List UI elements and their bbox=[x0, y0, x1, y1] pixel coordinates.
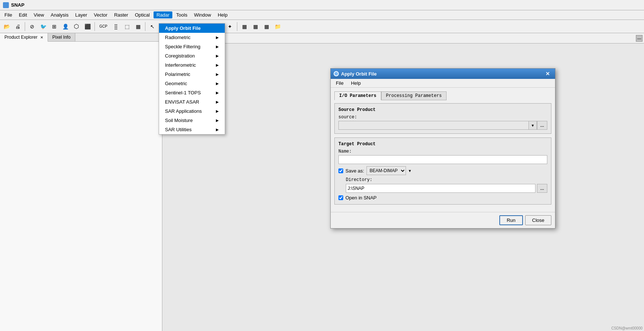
toolbar-grid[interactable]: ⊞ bbox=[49, 21, 59, 32]
open-in-snap-checkbox[interactable] bbox=[338, 195, 343, 200]
directory-input[interactable] bbox=[346, 184, 535, 193]
open-in-snap-row: Open in SNAP bbox=[338, 195, 547, 201]
radar-menu-coregistration[interactable]: Coregistration ▶ bbox=[159, 51, 225, 60]
radar-menu-sar-utilities[interactable]: SAR Utilities ▶ bbox=[159, 125, 225, 134]
dialog-menu-help[interactable]: Help bbox=[349, 80, 363, 87]
radar-menu-geometric-label: Geometric bbox=[165, 81, 187, 86]
toolbar-bird[interactable]: 🐦 bbox=[38, 21, 48, 32]
menu-file[interactable]: File bbox=[1, 11, 15, 18]
run-button[interactable]: Run bbox=[499, 215, 523, 225]
toolbar-sep2 bbox=[94, 22, 95, 31]
format-dropdown-icon: ▼ bbox=[408, 169, 412, 173]
radar-menu-interferometric[interactable]: Interferometric ▶ bbox=[159, 60, 225, 70]
source-dropdown-arrow[interactable]: ▼ bbox=[529, 121, 537, 130]
source-product-section: Source Product source: ▼ … bbox=[334, 103, 551, 134]
radar-menu-sar-utilities-label: SAR Utilities bbox=[165, 127, 192, 132]
menu-radar[interactable]: Radar bbox=[154, 11, 172, 18]
toolbar-print[interactable]: 🖨 bbox=[13, 21, 23, 32]
toolbar-view1[interactable]: ▦ bbox=[239, 21, 249, 32]
toolbar-square[interactable]: ⬛ bbox=[82, 21, 93, 32]
tab-pixel-info-label: Pixel Info bbox=[52, 35, 70, 40]
radar-menu-apply-orbit-label: Apply Orbit File bbox=[165, 25, 201, 31]
radar-menu-sentinel1tops[interactable]: Sentinel-1 TOPS ▶ bbox=[159, 88, 225, 97]
radar-menu-sar-applications[interactable]: SAR Applications ▶ bbox=[159, 107, 225, 116]
toolbar-pattern[interactable]: ⬚ bbox=[122, 21, 132, 32]
app-title: SNAP bbox=[11, 2, 24, 8]
toolbar-star[interactable]: ✦ bbox=[225, 21, 235, 32]
tab-product-explorer[interactable]: Product Explorer ✕ bbox=[0, 33, 48, 42]
dialog-titlebar: Apply Orbit File ✕ bbox=[331, 69, 555, 79]
minimize-button[interactable]: — bbox=[636, 35, 643, 42]
toolbar-sep1 bbox=[25, 22, 25, 31]
dialog-close-button[interactable]: ✕ bbox=[543, 70, 552, 77]
source-input[interactable] bbox=[338, 121, 529, 130]
radar-menu-envisat[interactable]: ENVISAT ASAR ▶ bbox=[159, 97, 225, 107]
toolbar-qr[interactable]: ▦ bbox=[133, 21, 143, 32]
directory-browse-button[interactable]: … bbox=[537, 184, 547, 193]
radar-menu-sentinel1tops-label: Sentinel-1 TOPS bbox=[165, 90, 201, 95]
radar-menu-polarimetric-arrow: ▶ bbox=[216, 72, 219, 76]
radar-menu-interferometric-arrow: ▶ bbox=[216, 63, 219, 67]
radar-dropdown-menu: Apply Orbit File Radiometric ▶ Speckle F… bbox=[159, 23, 225, 135]
tab-product-explorer-close[interactable]: ✕ bbox=[40, 35, 43, 39]
radar-dropdown: Apply Orbit File Radiometric ▶ Speckle F… bbox=[159, 23, 225, 135]
toolbar-dot-grid[interactable]: ⣿ bbox=[111, 21, 121, 32]
toolbar-cursor[interactable]: ↖ bbox=[147, 21, 158, 32]
menu-window[interactable]: Window bbox=[191, 11, 214, 18]
toolbar-person[interactable]: 👤 bbox=[60, 21, 70, 32]
radar-menu-soil-moisture[interactable]: Soil Moisture ▶ bbox=[159, 116, 225, 125]
radar-menu-radiometric-arrow: ▶ bbox=[216, 35, 219, 39]
menu-analysis[interactable]: Analysis bbox=[48, 11, 71, 18]
radar-menu-speckle[interactable]: Speckle Filtering ▶ bbox=[159, 42, 225, 51]
toolbar-open[interactable]: 📂 bbox=[1, 21, 12, 32]
dialog-tab-processing[interactable]: Processing Parameters bbox=[381, 91, 447, 100]
toolbar-no-data[interactable]: ⊘ bbox=[27, 21, 37, 32]
menu-layer[interactable]: Layer bbox=[72, 11, 90, 18]
directory-section: Directory: … bbox=[346, 177, 547, 193]
menu-vector[interactable]: Vector bbox=[91, 11, 110, 18]
name-label: Name: bbox=[338, 149, 547, 154]
dialog-tab-header: I/O Parameters Processing Parameters bbox=[334, 91, 551, 100]
menu-view[interactable]: View bbox=[31, 11, 47, 18]
radar-menu-apply-orbit[interactable]: Apply Orbit File bbox=[159, 24, 225, 33]
close-button[interactable]: Close bbox=[525, 215, 551, 225]
save-as-row: Save as: BEAM-DIMAP GeoTIFF NetCDF4-CF ▼ bbox=[338, 166, 547, 175]
center-toolbar: — bbox=[162, 33, 644, 43]
menu-help[interactable]: Help bbox=[215, 11, 231, 18]
menu-optical[interactable]: Optical bbox=[132, 11, 152, 18]
radar-menu-radiometric[interactable]: Radiometric ▶ bbox=[159, 33, 225, 42]
dialog-footer: Run Close bbox=[331, 212, 555, 228]
dialog-title-icon bbox=[334, 71, 339, 76]
toolbar-sep4 bbox=[237, 22, 237, 31]
left-panel: Product Explorer ✕ Pixel Info bbox=[0, 33, 162, 331]
app-icon bbox=[3, 2, 9, 8]
toolbar-view2[interactable]: ▦ bbox=[250, 21, 261, 32]
radar-menu-coregistration-label: Coregistration bbox=[165, 53, 195, 59]
dialog-menu-file[interactable]: File bbox=[334, 80, 346, 87]
tab-pixel-info[interactable]: Pixel Info bbox=[48, 33, 75, 41]
source-browse-button[interactable]: … bbox=[537, 121, 547, 130]
toolbar-view3[interactable]: ▦ bbox=[261, 21, 272, 32]
menu-edit[interactable]: Edit bbox=[16, 11, 30, 18]
radar-menu-geometric[interactable]: Geometric ▶ bbox=[159, 79, 225, 88]
radar-menu-sentinel1tops-arrow: ▶ bbox=[216, 91, 219, 95]
toolbar-gcp[interactable]: GCP bbox=[97, 21, 110, 32]
radar-menu-radiometric-label: Radiometric bbox=[165, 35, 190, 40]
dialog-content: I/O Parameters Processing Parameters Sou… bbox=[331, 88, 555, 212]
toolbar-view4[interactable]: 📁 bbox=[272, 21, 283, 32]
toolbar-pin[interactable]: ⬡ bbox=[71, 21, 82, 32]
save-as-checkbox[interactable] bbox=[338, 168, 343, 173]
dialog-title: Apply Orbit File bbox=[341, 71, 377, 77]
radar-menu-geometric-arrow: ▶ bbox=[216, 81, 219, 86]
apply-orbit-dialog: Apply Orbit File ✕ File Help I/O Paramet… bbox=[330, 68, 555, 229]
format-select[interactable]: BEAM-DIMAP GeoTIFF NetCDF4-CF bbox=[366, 166, 406, 175]
menu-tools[interactable]: Tools bbox=[173, 11, 190, 18]
left-panel-content bbox=[0, 42, 162, 329]
directory-row: … bbox=[346, 184, 547, 193]
name-input[interactable] bbox=[338, 155, 547, 164]
menu-raster[interactable]: Raster bbox=[111, 11, 131, 18]
radar-menu-polarimetric[interactable]: Polarimetric ▶ bbox=[159, 70, 225, 79]
menu-bar: File Edit View Analysis Layer Vector Ras… bbox=[0, 10, 644, 20]
radar-menu-envisat-arrow: ▶ bbox=[216, 100, 219, 104]
dialog-tab-io[interactable]: I/O Parameters bbox=[334, 91, 381, 100]
